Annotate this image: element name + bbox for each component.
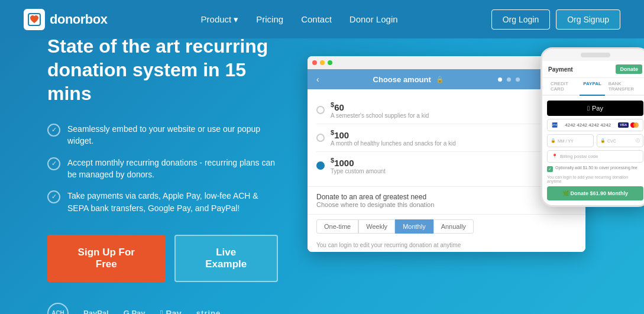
cvc-value: CVC: [607, 139, 616, 143]
leaf-icon: 🌿: [562, 190, 571, 196]
checkbox-icon[interactable]: ✓: [547, 166, 553, 172]
ach-logo: ACH: [47, 303, 69, 314]
amount-row-2[interactable]: $100 A month of healthy lunches and snac…: [316, 124, 577, 152]
feature-text-2: Accept monthly recurring donations - rec…: [67, 157, 278, 181]
feature-item-3: Take payments via cards, Apple Pay, low-…: [47, 190, 278, 214]
amount-value-1: $60: [331, 101, 577, 112]
freq-weekly[interactable]: Weekly: [358, 219, 395, 234]
card-number-value: 4242 4242 4242 4242: [565, 122, 611, 128]
hero-mockups: ‹ Choose amount 🔒 ›: [308, 38, 644, 314]
nav-product[interactable]: Product ▾: [201, 14, 239, 25]
amount-radio-1[interactable]: [316, 106, 325, 114]
dot-red: [312, 60, 317, 65]
postal-field[interactable]: 📍 Billing postal code: [547, 150, 643, 163]
cvc-field[interactable]: 🔒 CVC ⓘ: [597, 134, 643, 147]
amount-radio-2[interactable]: [316, 134, 325, 142]
gpay-logo: G Pay: [124, 309, 145, 314]
designation-label: Donate to an area of greatest need: [316, 193, 434, 201]
applepay-logo:  Pay: [160, 308, 182, 314]
dot-yellow: [320, 60, 325, 65]
mastercard-icon: [630, 122, 639, 128]
form-title: Choose amount: [373, 75, 431, 84]
amount-row-3[interactable]: $1000 Type custom amount: [316, 152, 577, 179]
amount-value-2: $100: [331, 129, 577, 140]
notch-bar: [581, 53, 610, 57]
hero-section: State of the art recurring donation syst…: [0, 38, 644, 314]
cta-buttons: Sign Up For Free Live Example: [47, 235, 278, 282]
donate-amount-label: Donate $61.90 Monthly: [570, 190, 628, 196]
freq-annually[interactable]: Annually: [433, 219, 474, 234]
check-icon-2: [47, 157, 60, 170]
nav-contact[interactable]: Contact: [301, 14, 332, 24]
nav-auth-buttons: Org Login Org Signup: [491, 9, 620, 30]
header: donorbox Product ▾ Pricing Contact Donor…: [0, 0, 644, 38]
donorbox-logo-svg: [27, 12, 41, 27]
stripe-logo: stripe: [196, 309, 221, 314]
dot-green: [328, 60, 332, 65]
feature-list: Seamlessly embed to your website or use …: [47, 123, 278, 214]
check-icon-3: [47, 190, 60, 203]
mobile-tab-bank[interactable]: BANK TRANSFER: [605, 78, 643, 96]
apple-logo-icon: : [587, 105, 590, 112]
org-login-button[interactable]: Org Login: [491, 9, 550, 30]
amount-desc-2: A month of healthy lunches and snacks fo…: [331, 140, 577, 147]
amount-desc-3: Type custom amount: [331, 168, 577, 174]
apple-pay-label: Pay: [592, 105, 603, 112]
expiry-field[interactable]: 🔒 MM / YY: [547, 134, 594, 147]
frequency-tabs: One-time Weekly Monthly Annually: [308, 214, 585, 238]
apple-pay-button[interactable]:  Pay: [547, 101, 643, 116]
freq-onetime[interactable]: One-time: [316, 219, 358, 234]
amount-desc-1: A semester's school supplies for a kid: [331, 112, 577, 119]
mobile-mockup: Payment Donate CREDIT CARD PAYPAL BANK T…: [541, 47, 644, 207]
form-header-dots: [498, 77, 520, 82]
main-nav: Product ▾ Pricing Contact Donor Login: [201, 14, 398, 25]
back-arrow[interactable]: ‹: [316, 75, 319, 84]
check-icon-1: [47, 124, 60, 137]
feature-text-3: Take payments via cards, Apple Pay, low-…: [67, 190, 278, 214]
feature-item-1: Seamlessly embed to your website or use …: [47, 123, 278, 147]
org-signup-button[interactable]: Org Signup: [556, 9, 620, 30]
mobile-notch: [542, 49, 644, 61]
payment-logos: ACH PayPal G Pay  Pay stripe: [47, 303, 278, 314]
chevron-down-icon: ▾: [234, 14, 238, 25]
nav-pricing[interactable]: Pricing: [256, 14, 283, 24]
step-dot-3: [516, 77, 520, 82]
processing-fee-row[interactable]: ✓ Optionally add $1.50 to cover processi…: [547, 166, 643, 172]
freq-monthly[interactable]: Monthly: [395, 219, 433, 234]
amount-info-1: $60 A semester's school supplies for a k…: [331, 101, 577, 119]
form-footer-note: You can login to edit your recurring don…: [308, 238, 585, 252]
card-brand-icons: VISA: [618, 122, 639, 128]
location-icon: 📍: [552, 154, 558, 159]
mobile-tab-paypal[interactable]: PAYPAL: [580, 78, 605, 96]
card-row-2: 🔒 MM / YY 🔒 CVC ⓘ: [547, 134, 643, 147]
amount-radio-3[interactable]: [316, 161, 325, 170]
expiry-value: MM / YY: [558, 139, 574, 143]
mobile-tab-cc[interactable]: CREDIT CARD: [547, 78, 580, 96]
designation-sub: Choose where to designate this donation: [316, 201, 434, 208]
amount-value-3: $1000: [331, 157, 577, 168]
donate-amount-button[interactable]: 🌿 Donate $61.90 Monthly: [547, 186, 643, 200]
logo[interactable]: donorbox: [24, 9, 107, 30]
amount-info-2: $100 A month of healthy lunches and snac…: [331, 129, 577, 147]
step-dot-1: [498, 77, 502, 82]
mobile-payment-title: Payment: [548, 66, 573, 73]
postal-value: Billing postal code: [560, 154, 598, 159]
logo-icon: [24, 9, 45, 30]
amount-row-1[interactable]: $60 A semester's school supplies for a k…: [316, 96, 577, 124]
step-dot-2: [507, 77, 511, 82]
paypal-logo: PayPal: [83, 309, 109, 314]
lock-expiry-icon: 🔒: [551, 138, 556, 143]
card-number-field[interactable]: 🏧 4242 4242 4242 4242 VISA: [547, 119, 643, 131]
nav-donor-login[interactable]: Donor Login: [349, 14, 398, 24]
feature-item-2: Accept monthly recurring donations - rec…: [47, 157, 278, 181]
lock-cvc-icon: 🔒: [600, 138, 606, 143]
mobile-donate-button[interactable]: Donate: [616, 64, 642, 74]
login-note: You can login to add your recurring dona…: [547, 175, 643, 183]
processing-fee-label: Optionally add $1.50 to cover processing…: [555, 166, 637, 170]
amount-info-3: $1000 Type custom amount: [331, 157, 577, 174]
signup-button[interactable]: Sign Up For Free: [47, 235, 166, 282]
cvc-info-icon: ⓘ: [636, 138, 640, 144]
card-icon: 🏧: [552, 122, 558, 128]
feature-text-1: Seamlessly embed to your website or use …: [67, 123, 278, 147]
live-example-button[interactable]: Live Example: [174, 235, 279, 282]
